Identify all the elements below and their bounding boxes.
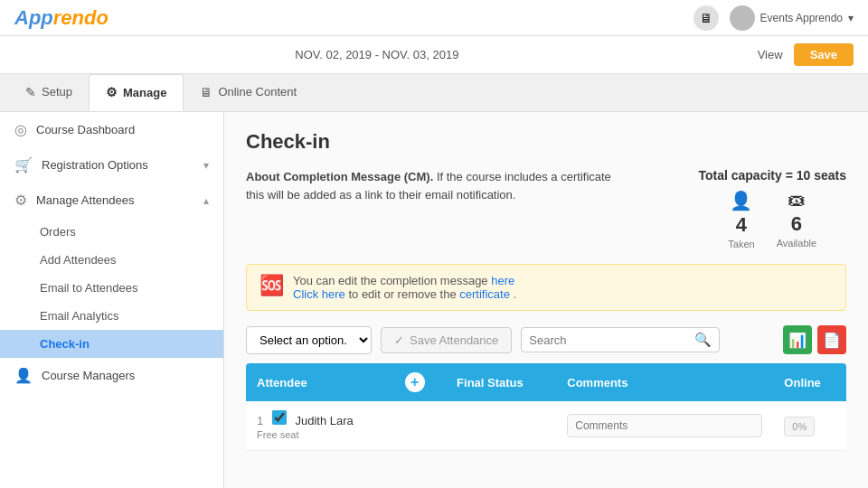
logo: Apprendo: [14, 6, 108, 30]
online-content-icon: 🖥: [200, 85, 212, 99]
monitor-icon: 🖥: [693, 5, 719, 31]
available-item: 🎟 6 Available: [777, 190, 816, 249]
notice-text: You can edit the completion message here…: [293, 274, 516, 301]
orders-label: Orders: [40, 225, 76, 239]
taken-count: 4: [736, 213, 747, 237]
attendee-cell: 1 Judith Lara Free seat: [246, 401, 394, 451]
add-attendee-button[interactable]: +: [405, 372, 425, 392]
comments-col-header: Comments: [556, 363, 773, 401]
comments-input[interactable]: [567, 414, 762, 437]
click-here-link[interactable]: Click here: [293, 287, 345, 301]
tab-online-content-label: Online Content: [218, 85, 297, 99]
info-left: About Completion Message (CM). If the co…: [246, 168, 618, 203]
header-right: 🖥 Events Apprendo ▾: [693, 5, 854, 31]
sidebar-label-course-managers: Course Managers: [42, 369, 209, 382]
layout: ◎ Course Dashboard 🛒 Registration Option…: [0, 112, 868, 488]
attendee-col-label: Attendee: [257, 376, 307, 389]
avatar: [730, 5, 755, 31]
final-status-cell: [446, 401, 556, 451]
sidebar-subitem-add-attendees[interactable]: Add Attendees: [0, 246, 223, 274]
date-bar: NOV. 02, 2019 - NOV. 03, 2019 View Save: [0, 36, 868, 74]
registration-options-icon: 🛒: [14, 156, 33, 174]
email-to-attendees-label: Email to Attendees: [40, 281, 137, 295]
view-button[interactable]: View: [758, 48, 783, 61]
sidebar-subitem-email-to-attendees[interactable]: Email to Attendees: [0, 274, 223, 302]
email-analytics-label: Email Analytics: [40, 309, 118, 323]
tab-manage[interactable]: ⚙ Manage: [89, 74, 184, 111]
sidebar-label-registration-options: Registration Options: [42, 158, 194, 172]
pdf-icon: 📄: [823, 332, 841, 349]
final-status-col-header: Final Status: [446, 363, 556, 401]
manage-attendees-arrow: ▴: [203, 194, 209, 207]
manage-icon: ⚙: [106, 85, 118, 99]
notice-text-before: You can edit the completion message: [293, 274, 491, 287]
capacity-section: Total capacity = 10 seats 👤 4 Taken 🎟 6 …: [698, 168, 846, 249]
tab-online-content[interactable]: 🖥 Online Content: [184, 74, 313, 111]
user-menu[interactable]: Events Apprendo ▾: [730, 5, 854, 31]
save-attendance-button[interactable]: ✓ Save Attendance: [381, 327, 512, 353]
plus-cell: [394, 401, 447, 451]
attendee-checkbox[interactable]: [272, 410, 287, 425]
available-label: Available: [777, 238, 816, 249]
sidebar-item-course-dashboard[interactable]: ◎ Course Dashboard: [0, 112, 223, 147]
toolbar: Select an option. ✓ Save Attendance 🔍 📊 …: [246, 325, 846, 354]
sidebar: ◎ Course Dashboard 🛒 Registration Option…: [0, 112, 224, 488]
table-body: 1 Judith Lara Free seat 0%: [246, 401, 846, 451]
here-link-1[interactable]: here: [491, 274, 514, 287]
sidebar-label-manage-attendees: Manage Attendees: [36, 193, 194, 207]
select-option-dropdown[interactable]: Select an option.: [246, 326, 372, 354]
search-icon: 🔍: [694, 332, 712, 348]
export-pdf-button[interactable]: 📄: [817, 325, 846, 354]
final-status-col-label: Final Status: [457, 376, 524, 389]
online-col-header: Online: [773, 363, 846, 401]
certificate-link[interactable]: certificate: [459, 287, 510, 301]
course-managers-icon: 👤: [14, 367, 33, 384]
attendee-col-header: Attendee: [246, 363, 394, 401]
online-col-label: Online: [784, 376, 820, 389]
export-buttons: 📊 📄: [783, 325, 846, 354]
sidebar-label-course-dashboard: Course Dashboard: [36, 123, 209, 136]
main-content: Check-in About Completion Message (CM). …: [224, 112, 868, 488]
attendee-table: Attendee + Final Status Comments Online: [246, 363, 846, 451]
info-box: About Completion Message (CM). If the co…: [246, 168, 846, 249]
table-row: 1 Judith Lara Free seat 0%: [246, 401, 846, 451]
tab-setup-label: Setup: [42, 85, 72, 99]
comments-col-label: Comments: [567, 376, 627, 389]
sidebar-item-course-managers[interactable]: 👤 Course Managers: [0, 358, 223, 393]
tab-setup[interactable]: ✎ Setup: [9, 74, 89, 111]
plus-col-header: +: [394, 363, 447, 401]
sidebar-subitem-email-analytics[interactable]: Email Analytics: [0, 302, 223, 330]
online-percent: 0%: [784, 417, 815, 436]
taken-label: Taken: [728, 239, 754, 249]
registration-options-arrow: ▾: [203, 159, 209, 172]
save-button[interactable]: Save: [794, 43, 854, 66]
user-name: Events Apprendo: [760, 12, 843, 24]
export-sheet-button[interactable]: 📊: [783, 325, 812, 354]
page-title: Check-in: [246, 130, 846, 154]
capacity-row: 👤 4 Taken 🎟 6 Available: [698, 190, 846, 249]
online-cell: 0%: [773, 401, 846, 451]
check-in-label: Check-in: [40, 337, 90, 351]
sidebar-item-registration-options[interactable]: 🛒 Registration Options ▾: [0, 147, 223, 183]
sheet-icon: 📊: [788, 332, 807, 349]
notice-box: 🆘 You can edit the completion message he…: [246, 264, 846, 311]
search-box: 🔍: [521, 327, 720, 352]
date-range: NOV. 02, 2019 - NOV. 03, 2019: [7, 48, 747, 61]
available-icon: 🎟: [788, 190, 806, 211]
about-label: About Completion Message (CM).: [246, 170, 433, 183]
checkmark-icon: ✓: [394, 333, 404, 347]
notice-icon: 🆘: [259, 274, 284, 297]
notice-text-middle: to edit or remove the: [348, 287, 459, 301]
sidebar-item-manage-attendees[interactable]: ⚙ Manage Attendees ▴: [0, 183, 223, 218]
table-header: Attendee + Final Status Comments Online: [246, 363, 846, 401]
capacity-label: Total capacity = 10 seats: [698, 168, 846, 183]
manage-attendees-icon: ⚙: [14, 192, 27, 209]
seat-type: Free seat: [257, 429, 298, 440]
search-input[interactable]: [529, 333, 689, 347]
sidebar-subitem-check-in[interactable]: Check-in: [0, 330, 223, 358]
comments-cell: [556, 401, 773, 451]
sidebar-subitem-orders[interactable]: Orders: [0, 218, 223, 246]
taken-item: 👤 4 Taken: [728, 190, 754, 249]
save-attendance-label: Save Attendance: [410, 333, 498, 347]
tab-nav: ✎ Setup ⚙ Manage 🖥 Online Content: [0, 74, 868, 112]
